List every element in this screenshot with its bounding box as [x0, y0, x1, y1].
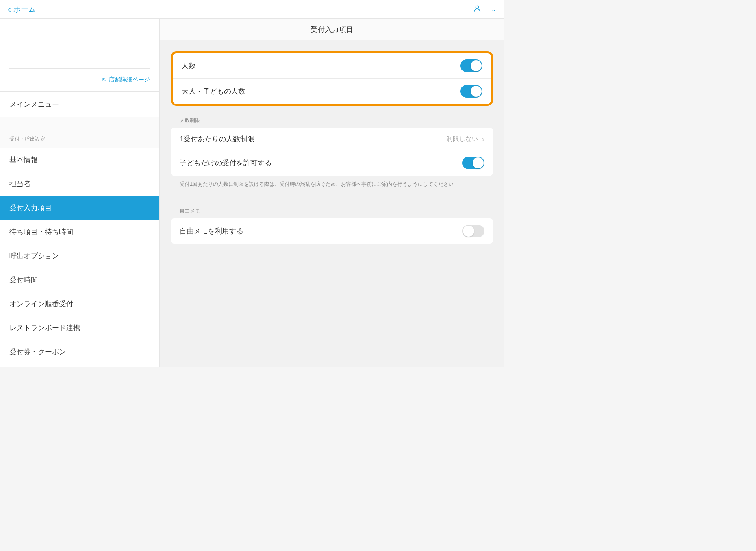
toggle-people-count[interactable] [460, 59, 482, 72]
svg-point-0 [476, 6, 478, 8]
row-label: 人数 [182, 61, 196, 70]
chevron-right-icon: › [482, 135, 484, 143]
content-title: 受付入力項目 [160, 19, 504, 40]
external-link-icon: ⇱ [102, 77, 106, 83]
row-adult-child-count: 大人・子どもの人数 [173, 78, 491, 104]
content: 受付入力項目 人数 大人・子どもの人数 人数制限 1受付あたりの人数制限 制限し… [160, 19, 504, 367]
group-label-memo: 自由メモ [171, 207, 493, 218]
back-button[interactable]: ‹ ホーム [8, 4, 36, 15]
sidebar-item-ticket[interactable]: 受付券・クーポン [0, 340, 159, 364]
row-value: 制限しない [447, 135, 478, 143]
user-icon[interactable] [473, 4, 482, 15]
sidebar-item-call-options[interactable]: 呼出オプション [0, 244, 159, 268]
sidebar-item-restaurant-board[interactable]: レストランボード連携 [0, 316, 159, 340]
limits-card: 1受付あたりの人数制限 制限しない › 子どもだけの受付を許可する [171, 128, 493, 176]
sidebar-section-label: 受付・呼出設定 [0, 117, 159, 148]
store-detail-link[interactable]: ⇱ 店舗詳細ページ [9, 76, 150, 91]
row-per-reception-limit[interactable]: 1受付あたりの人数制限 制限しない › [171, 128, 493, 150]
toggle-free-memo[interactable] [462, 225, 484, 237]
row-label: 大人・子どもの人数 [182, 87, 245, 96]
sidebar-item-staff[interactable]: 担当者 [0, 172, 159, 196]
sidebar-item-basic[interactable]: 基本情報 [0, 148, 159, 172]
sidebar-item-wait[interactable]: 待ち項目・待ち時間 [0, 220, 159, 244]
toggle-adult-child-count[interactable] [460, 85, 482, 98]
row-label: 1受付あたりの人数制限 [180, 134, 254, 144]
toggle-allow-children-only[interactable] [462, 157, 484, 169]
row-label: 自由メモを利用する [180, 226, 243, 236]
chevron-left-icon: ‹ [8, 4, 11, 15]
limits-help-text: 受付1回あたりの人数に制限を設ける際は、受付時の混乱を防ぐため、お客様へ事前にご… [171, 176, 493, 189]
sidebar-item-reception-time[interactable]: 受付時間 [0, 268, 159, 292]
chevron-down-icon[interactable]: ⌄ [491, 6, 496, 13]
sidebar-item-online[interactable]: オンライン順番受付 [0, 292, 159, 316]
highlight-group: 人数 大人・子どもの人数 [171, 51, 493, 106]
row-free-memo: 自由メモを利用する [171, 218, 493, 244]
app-header: ‹ ホーム ⌄ [0, 0, 504, 19]
group-label-limits: 人数制限 [171, 117, 493, 128]
store-link-label: 店舗詳細ページ [109, 76, 150, 83]
sidebar-top: ⇱ 店舗詳細ページ [0, 19, 159, 92]
row-people-count: 人数 [173, 53, 491, 78]
sidebar: ⇱ 店舗詳細ページ メインメニュー 受付・呼出設定 基本情報 担当者 受付入力項… [0, 19, 160, 367]
row-label: 子どもだけの受付を許可する [180, 158, 272, 168]
header-right: ⌄ [473, 4, 496, 15]
memo-card: 自由メモを利用する [171, 218, 493, 244]
main-menu-header[interactable]: メインメニュー [0, 92, 159, 117]
sidebar-item-reception-fields[interactable]: 受付入力項目 [0, 196, 159, 220]
row-allow-children-only: 子どもだけの受付を許可する [171, 150, 493, 176]
back-label: ホーム [13, 4, 36, 15]
